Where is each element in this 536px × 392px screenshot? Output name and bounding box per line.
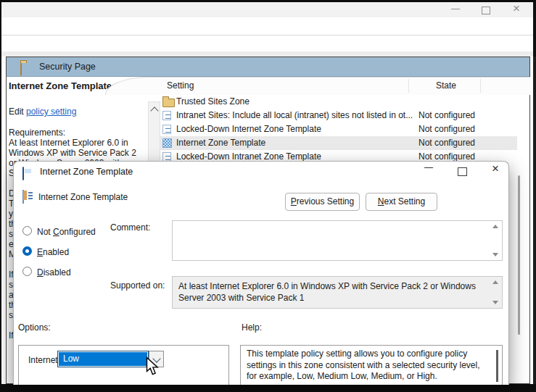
dialog-close-button[interactable]: × [487,162,504,176]
host-minimize-button[interactable]: — [448,4,463,14]
folder-icon [162,99,175,107]
edit-policy-setting-link[interactable]: policy setting [26,107,76,117]
row-setting: Locked-Down Internet Zone Template [176,124,321,134]
radio-enabled-label: Enabled [37,247,69,257]
host-titlebar: — × [1,2,533,17]
column-header-setting[interactable]: Setting [167,80,194,91]
previous-setting-button[interactable]: Previous Setting [285,193,360,211]
edit-policy-line: Edit policy setting [9,107,76,117]
left-panel-title: Internet Zone Template [9,80,112,91]
setting-dialog: Internet Zone Template — × Internet Zone… [13,161,509,385]
label-accel: E [37,247,43,257]
table-row-selected[interactable]: Internet Zone Template Not configured [160,136,517,150]
row-setting: Intranet Sites: Include all local (intra… [176,110,413,120]
list-scrollbar[interactable] [518,175,520,335]
table-row[interactable]: Intranet Sites: Include all local (intra… [160,109,517,122]
folder-icon [20,62,22,76]
row-setting: Internet Zone Template [176,138,265,148]
frame-edge [0,0,536,2]
supported-on-box: At least Internet Explorer 6.0 in Window… [172,276,503,309]
edit-prefix: Edit [9,107,26,117]
radio-not-configured[interactable] [22,226,32,235]
row-setting: Trusted Sites Zone [176,96,250,107]
table-row[interactable]: Locked-Down Internet Zone Template Not c… [160,122,517,136]
security-level-dropdown[interactable]: Low [57,351,149,367]
security-page-title: Security Page [39,62,96,72]
help-box: This template policy setting allows you … [240,345,503,385]
row-state: Not configured [419,151,475,162]
comment-input[interactable] [172,220,503,261]
label-part: isabled [44,267,71,278]
help-label: Help: [242,322,262,333]
help-scrollbar[interactable] [496,350,498,382]
label-accel: C [53,227,59,237]
radio-enabled[interactable] [22,246,32,256]
next-setting-button[interactable]: Next Setting [366,193,437,211]
radio-not-configured-label: Not Configured [37,227,96,237]
host-close-button[interactable]: × [509,1,524,16]
dropdown-selected-value: Low [58,351,148,367]
row-state: Not configured [419,138,475,148]
scroll-down-icon[interactable] [492,253,498,257]
radio-disabled[interactable] [22,267,32,276]
dialog-title: Internet Zone Template [40,167,133,177]
scroll-up-icon[interactable] [492,280,498,284]
frame-edge [0,384,536,392]
mouse-cursor [146,356,162,377]
radio-disabled-label: Disabled [37,267,71,278]
label-part: onfigured [59,227,96,237]
internet-field-label: Internet [28,355,58,365]
button-label: ext Setting [384,196,425,207]
help-text: This template policy setting allows you … [241,346,502,383]
scroll-up-icon[interactable] [150,107,158,114]
dialog-maximize-button[interactable] [458,167,467,176]
label-part: Not [37,227,53,237]
policy-icon [162,125,171,134]
row-setting: Locked-Down Intranet Zone Template [176,151,321,162]
host-graystrip [1,51,533,57]
scroll-down-icon[interactable] [492,301,498,304]
policy-window-icon [22,167,24,180]
frame-edge [0,0,1,392]
row-state: Not configured [419,110,475,120]
host-maximize-button[interactable] [482,7,490,14]
label-part: nabled [43,247,69,257]
frame-edge [533,57,536,392]
table-row[interactable]: Trusted Sites Zone [160,95,517,109]
column-separator[interactable] [480,79,481,93]
button-accel: P [291,196,297,207]
supported-on-label: Supported on: [110,280,165,291]
column-separator[interactable] [408,79,409,93]
host-divider [1,35,533,36]
security-page-header: Security Page [7,57,529,77]
scroll-up-icon[interactable] [492,225,498,228]
row-state: Not configured [419,124,475,134]
policy-selected-icon [162,138,172,148]
label-accel: D [37,267,44,278]
dialog-setting-name: Internet Zone Template [38,192,128,202]
column-header-state[interactable]: State [436,80,456,91]
policy-setting-icon [22,190,24,204]
policy-icon [162,111,171,120]
dialog-minimize-button[interactable]: — [420,162,437,172]
supported-on-value: At least Internet Explorer 6.0 in Window… [178,280,483,304]
button-label: revious Setting [297,196,354,207]
comment-label: Comment: [110,222,150,233]
screenshot-root: — × Security Page Internet Zone Template… [0,0,536,392]
options-label: Options: [18,322,51,333]
